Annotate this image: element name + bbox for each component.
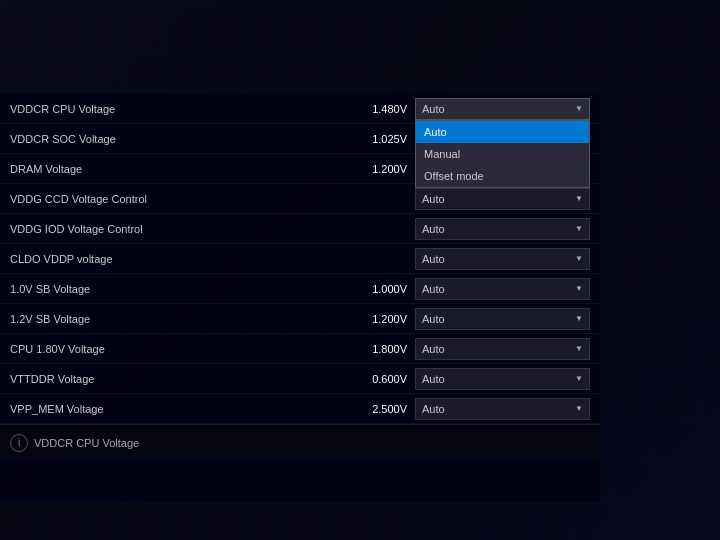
main-panel: VDDCR CPU Voltage 1.480V Auto ▼ Auto Man… <box>0 94 600 502</box>
voltage-name: CLDO VDDP voltage <box>10 253 347 265</box>
voltage-control: Auto ▼ <box>415 368 590 390</box>
voltage-select[interactable]: Auto ▼ <box>415 338 590 360</box>
voltage-select[interactable]: Auto ▼ <box>415 368 590 390</box>
voltage-name: VDDG CCD Voltage Control <box>10 193 347 205</box>
voltage-select[interactable]: Auto ▼ <box>415 218 590 240</box>
voltage-control: Auto ▼ <box>415 278 590 300</box>
voltage-name: 1.2V SB Voltage <box>10 313 347 325</box>
voltage-control: Auto ▼ <box>415 218 590 240</box>
voltage-name: DRAM Voltage <box>10 163 347 175</box>
voltage-select[interactable]: Auto ▼ <box>415 308 590 330</box>
voltage-value: 1.200V <box>347 313 407 325</box>
info-icon: i <box>10 434 28 452</box>
chevron-down-icon: ▼ <box>575 404 583 413</box>
dropdown-item-manual[interactable]: Manual <box>416 143 589 165</box>
chevron-down-icon: ▼ <box>575 374 583 383</box>
voltage-value: 2.500V <box>347 403 407 415</box>
voltage-value: 0.600V <box>347 373 407 385</box>
table-row: VPP_MEM Voltage 2.500V Auto ▼ <box>0 394 600 424</box>
table-row: 1.2V SB Voltage 1.200V Auto ▼ <box>0 304 600 334</box>
voltage-name: VDDCR SOC Voltage <box>10 133 347 145</box>
table-row: VTTDDR Voltage 0.600V Auto ▼ <box>0 364 600 394</box>
table-row: CPU 1.80V Voltage 1.800V Auto ▼ <box>0 334 600 364</box>
voltage-name: 1.0V SB Voltage <box>10 283 347 295</box>
dropdown-item-auto[interactable]: Auto <box>416 121 589 143</box>
chevron-down-icon: ▼ <box>575 344 583 353</box>
voltage-select[interactable]: Auto ▼ <box>415 98 590 120</box>
table-row: VDDG CCD Voltage Control Auto ▼ <box>0 184 600 214</box>
table-row: 1.0V SB Voltage 1.000V Auto ▼ <box>0 274 600 304</box>
table-row: CLDO VDDP voltage Auto ▼ <box>0 244 600 274</box>
voltage-name: VDDCR CPU Voltage <box>10 103 347 115</box>
voltage-select[interactable]: Auto ▼ <box>415 188 590 210</box>
chevron-down-icon: ▼ <box>575 314 583 323</box>
voltage-name: VDDG IOD Voltage Control <box>10 223 347 235</box>
voltage-control: Auto ▼ Auto Manual Offset mode <box>415 98 590 120</box>
voltage-select[interactable]: Auto ▼ <box>415 278 590 300</box>
voltage-value: 1.800V <box>347 343 407 355</box>
chevron-down-icon: ▼ <box>575 284 583 293</box>
voltage-table: VDDCR CPU Voltage 1.480V Auto ▼ Auto Man… <box>0 94 600 424</box>
dropdown-menu: Auto Manual Offset mode <box>415 120 590 188</box>
voltage-control: Auto ▼ <box>415 338 590 360</box>
info-bar: i VDDCR CPU Voltage <box>0 424 600 460</box>
info-text: VDDCR CPU Voltage <box>34 437 139 449</box>
voltage-name: VTTDDR Voltage <box>10 373 347 385</box>
voltage-control: Auto ▼ <box>415 308 590 330</box>
voltage-select[interactable]: Auto ▼ <box>415 398 590 420</box>
voltage-value: 1.480V <box>347 103 407 115</box>
voltage-value: 1.000V <box>347 283 407 295</box>
table-row: VDDG IOD Voltage Control Auto ▼ <box>0 214 600 244</box>
voltage-control: Auto ▼ <box>415 188 590 210</box>
chevron-down-icon: ▼ <box>575 104 583 113</box>
voltage-value: 1.200V <box>347 163 407 175</box>
dropdown-item-offset[interactable]: Offset mode <box>416 165 589 187</box>
table-row: VDDCR CPU Voltage 1.480V Auto ▼ Auto Man… <box>0 94 600 124</box>
chevron-down-icon: ▼ <box>575 224 583 233</box>
voltage-control: Auto ▼ <box>415 248 590 270</box>
voltage-name: VPP_MEM Voltage <box>10 403 347 415</box>
voltage-control: Auto ▼ <box>415 398 590 420</box>
chevron-down-icon: ▼ <box>575 194 583 203</box>
chevron-down-icon: ▼ <box>575 254 583 263</box>
voltage-value: 1.025V <box>347 133 407 145</box>
voltage-name: CPU 1.80V Voltage <box>10 343 347 355</box>
voltage-select[interactable]: Auto ▼ <box>415 248 590 270</box>
